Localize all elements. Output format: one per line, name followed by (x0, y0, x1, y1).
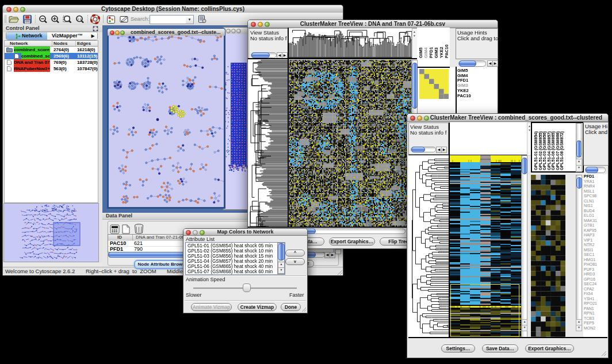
svg-text:1:1: 1:1 (78, 17, 82, 21)
